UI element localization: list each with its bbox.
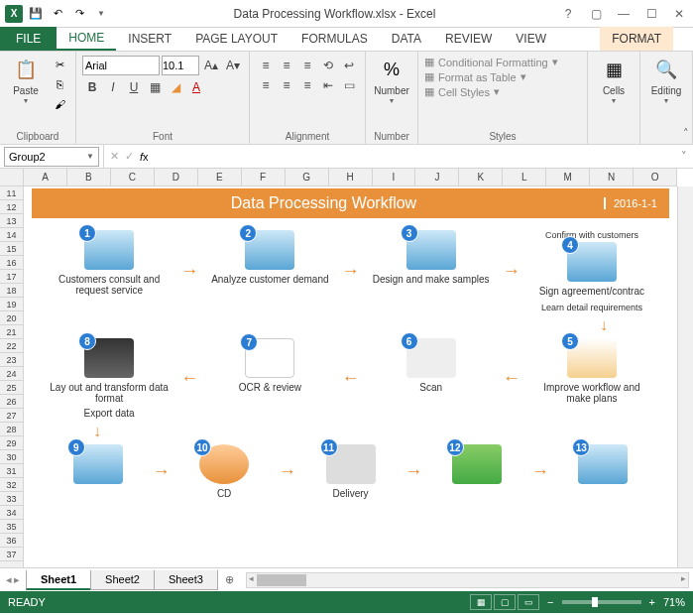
cancel-formula-icon[interactable]: ✕ xyxy=(110,150,119,163)
column-header[interactable]: G xyxy=(286,169,329,185)
close-icon[interactable]: ✕ xyxy=(665,3,693,25)
fill-color-button[interactable]: ◢ xyxy=(166,77,185,97)
flow-node-11[interactable]: 11Delivery xyxy=(296,444,404,499)
row-header[interactable]: 13 xyxy=(0,214,23,228)
flow-node-1[interactable]: 1Customers consult and request service xyxy=(50,230,169,312)
undo-icon[interactable]: ↶ xyxy=(48,4,67,24)
expand-formula-icon[interactable]: ˅ xyxy=(675,150,693,163)
flow-node-4[interactable]: Confirm with customers4Sign agreement/co… xyxy=(532,230,651,312)
vertical-scrollbar[interactable] xyxy=(677,186,693,567)
column-header[interactable]: N xyxy=(590,169,634,185)
flow-node-2[interactable]: 2Analyze customer demand xyxy=(210,230,329,312)
row-header[interactable]: 22 xyxy=(0,339,23,353)
row-header[interactable]: 18 xyxy=(0,284,23,298)
wrap-text-icon[interactable]: ↩ xyxy=(339,56,359,75)
align-left-icon[interactable]: ≡ xyxy=(256,75,276,95)
drawing-canvas[interactable]: Data Processing Workflow 2016-1-1 1Custo… xyxy=(24,186,677,567)
sheet-tab-2[interactable]: Sheet2 xyxy=(90,570,155,590)
worksheet-grid[interactable]: ABCDEFGHIJKLMNO 111213141516171819202122… xyxy=(0,169,693,567)
align-bottom-icon[interactable]: ≡ xyxy=(297,56,317,75)
row-header[interactable]: 35 xyxy=(0,520,23,534)
flow-node-10[interactable]: 10CD xyxy=(170,444,278,499)
row-header[interactable]: 25 xyxy=(0,381,23,395)
zoom-out-button[interactable]: − xyxy=(547,596,553,608)
row-header[interactable]: 37 xyxy=(0,548,23,561)
row-header[interactable]: 28 xyxy=(0,423,23,436)
row-header[interactable]: 11 xyxy=(0,186,23,200)
row-header[interactable]: 31 xyxy=(0,464,23,478)
border-button[interactable]: ▦ xyxy=(145,77,165,97)
column-header[interactable]: B xyxy=(67,169,111,185)
flow-node-6[interactable]: 6Scan xyxy=(372,338,491,419)
column-header[interactable]: L xyxy=(503,169,546,185)
row-header[interactable]: 26 xyxy=(0,395,23,409)
row-header[interactable]: 27 xyxy=(0,409,23,423)
cut-icon[interactable]: ✂ xyxy=(50,56,69,73)
editing-button[interactable]: 🔍 Editing ▾ xyxy=(646,56,686,105)
minimize-icon[interactable]: — xyxy=(610,3,637,25)
font-name-select[interactable] xyxy=(82,56,160,75)
collapse-ribbon-icon[interactable]: ˄ xyxy=(683,127,689,140)
conditional-formatting-button[interactable]: ▦ Conditional Formatting ▾ xyxy=(424,56,581,68)
zoom-in-button[interactable]: + xyxy=(649,596,655,608)
row-header[interactable]: 21 xyxy=(0,325,23,339)
decrease-indent-icon[interactable]: ⇤ xyxy=(318,75,338,95)
column-header[interactable]: O xyxy=(634,169,677,185)
column-header[interactable]: E xyxy=(198,169,242,185)
format-painter-icon[interactable]: 🖌 xyxy=(50,95,69,113)
help-icon[interactable]: ? xyxy=(554,3,582,25)
row-header[interactable]: 33 xyxy=(0,492,23,506)
flow-node-8[interactable]: 8Lay out and transform data formatExport… xyxy=(50,338,169,419)
merge-icon[interactable]: ▭ xyxy=(339,75,359,95)
column-header[interactable]: D xyxy=(155,169,198,185)
save-icon[interactable]: 💾 xyxy=(26,4,46,24)
row-header[interactable]: 19 xyxy=(0,298,23,311)
formula-input[interactable] xyxy=(155,147,675,167)
sheet-nav-next-icon[interactable]: ▸ xyxy=(14,573,20,586)
ribbon-options-icon[interactable]: ▢ xyxy=(582,3,610,25)
row-header[interactable]: 36 xyxy=(0,534,23,548)
sheet-nav-prev-icon[interactable]: ◂ xyxy=(6,573,12,586)
row-header[interactable]: 34 xyxy=(0,506,23,520)
select-all-corner[interactable] xyxy=(0,169,24,186)
zoom-level[interactable]: 71% xyxy=(663,596,685,608)
row-header[interactable]: 17 xyxy=(0,270,23,284)
fx-icon[interactable]: fx xyxy=(140,151,149,163)
column-header[interactable]: F xyxy=(242,169,286,185)
row-header[interactable]: 29 xyxy=(0,436,23,450)
font-color-button[interactable]: A xyxy=(186,77,206,97)
column-header[interactable]: A xyxy=(24,169,67,185)
column-headers[interactable]: ABCDEFGHIJKLMNO xyxy=(24,169,677,186)
align-center-icon[interactable]: ≡ xyxy=(277,75,296,95)
column-header[interactable]: J xyxy=(415,169,459,185)
font-size-select[interactable] xyxy=(162,56,199,75)
flow-node-12[interactable]: 12 xyxy=(422,444,530,499)
row-header[interactable]: 16 xyxy=(0,256,23,270)
row-headers[interactable]: 1112131415161718192021222324252627282930… xyxy=(0,169,24,567)
view-page-layout-icon[interactable]: ▢ xyxy=(494,594,516,610)
tab-formulas[interactable]: FORMULAS xyxy=(289,27,380,51)
grow-font-icon[interactable]: A▴ xyxy=(201,56,221,75)
align-right-icon[interactable]: ≡ xyxy=(297,75,317,95)
tab-file[interactable]: FILE xyxy=(0,27,57,51)
tab-view[interactable]: VIEW xyxy=(504,27,558,51)
column-header[interactable]: K xyxy=(459,169,503,185)
column-header[interactable]: C xyxy=(111,169,155,185)
add-sheet-button[interactable]: ⊕ xyxy=(217,570,242,589)
flow-node-3[interactable]: 3Design and make samples xyxy=(372,230,491,312)
align-top-icon[interactable]: ≡ xyxy=(256,56,276,75)
row-header[interactable]: 30 xyxy=(0,450,23,464)
row-header[interactable]: 12 xyxy=(0,200,23,214)
cells-button[interactable]: ▦ Cells ▾ xyxy=(594,56,634,105)
flow-node-5[interactable]: 5Improve workflow and make plans xyxy=(532,338,651,419)
row-header[interactable]: 24 xyxy=(0,367,23,381)
italic-button[interactable]: I xyxy=(103,77,123,97)
redo-icon[interactable]: ↷ xyxy=(69,4,89,24)
row-header[interactable]: 14 xyxy=(0,228,23,242)
row-header[interactable]: 15 xyxy=(0,242,23,256)
orientation-icon[interactable]: ⟲ xyxy=(318,56,338,75)
enter-formula-icon[interactable]: ✓ xyxy=(125,150,134,163)
bold-button[interactable]: B xyxy=(82,77,102,97)
maximize-icon[interactable]: ☐ xyxy=(637,3,665,25)
paste-button[interactable]: 📋 Paste ▾ xyxy=(6,56,46,105)
